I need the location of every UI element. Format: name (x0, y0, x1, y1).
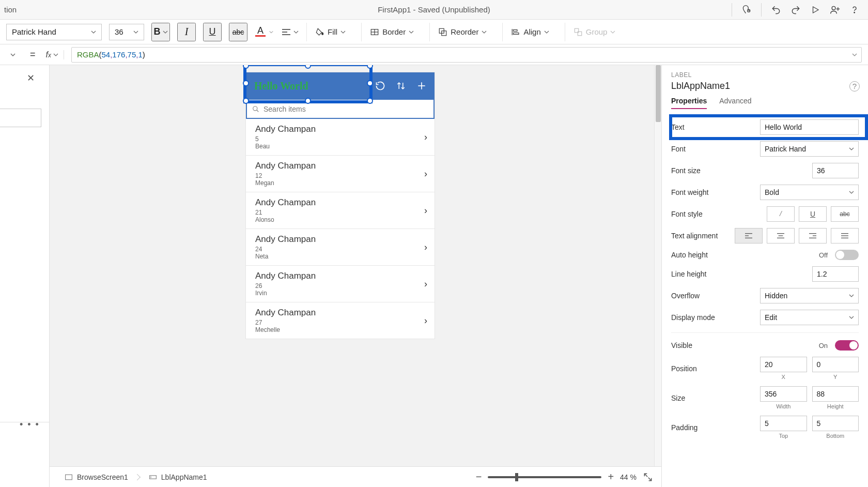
help-icon[interactable] (849, 5, 860, 15)
align-center-button[interactable] (767, 228, 795, 244)
resize-handle[interactable] (243, 80, 249, 86)
search-box[interactable] (246, 99, 435, 119)
list-item[interactable]: Andy Champan26Irvin› (246, 265, 435, 302)
app-title: FirstApp1 - Saved (Unpublished) (378, 5, 490, 14)
chevron-right-icon[interactable]: › (424, 205, 427, 216)
chevron-right-icon[interactable]: › (424, 132, 427, 143)
chevron-right-icon[interactable]: › (424, 242, 427, 253)
strike-button[interactable]: abc (229, 23, 247, 41)
fx-label[interactable]: fx (46, 50, 64, 59)
app-title-label[interactable]: Hello World (254, 80, 308, 92)
prop-font-weight: Font weight Bold (671, 181, 868, 203)
property-selector[interactable] (6, 48, 20, 62)
scrollbar-thumb[interactable] (656, 65, 661, 122)
svg-line-29 (648, 477, 652, 480)
breadcrumb-screen[interactable]: BrowseScreen1 (58, 469, 135, 485)
text-input[interactable] (760, 119, 859, 135)
strike-toggle[interactable]: abc (831, 206, 859, 222)
play-icon[interactable] (810, 5, 820, 15)
add-icon[interactable] (416, 80, 427, 92)
resize-handle[interactable] (367, 65, 373, 69)
height-input[interactable] (812, 386, 859, 402)
svg-rect-25 (66, 475, 72, 480)
tab-properties[interactable]: Properties (671, 97, 707, 109)
italic-toggle[interactable]: / (767, 206, 795, 222)
auto-height-toggle[interactable] (835, 250, 859, 260)
search-input[interactable] (264, 105, 428, 113)
left-pane: ✕ • • • (0, 65, 50, 487)
sort-icon[interactable] (395, 80, 407, 92)
position-x-input[interactable] (760, 357, 807, 372)
reorder-menu[interactable]: Reorder (429, 23, 495, 41)
redo-icon[interactable] (791, 5, 801, 15)
display-mode-select[interactable]: Edit (760, 310, 859, 325)
bold-button[interactable]: B (151, 23, 170, 41)
font-select[interactable]: Patrick Hand (760, 141, 859, 157)
tab-advanced[interactable]: Advanced (719, 97, 751, 109)
refresh-icon[interactable] (375, 80, 386, 92)
underline-toggle[interactable]: U (799, 206, 827, 222)
reorder-label: Reorder (451, 27, 478, 36)
control-name: LblAppName1 ? (671, 81, 868, 92)
visible-toggle[interactable] (835, 340, 859, 351)
fill-menu[interactable]: Fill (306, 23, 354, 41)
list-item[interactable]: Andy Champan27Mechelle› (246, 302, 435, 339)
canvas-vertical-scrollbar[interactable] (654, 65, 661, 466)
canvas[interactable]: Hello World Andy Champan5Beau› Andy Cham… (50, 65, 661, 466)
formula-expand-icon[interactable] (852, 52, 857, 57)
group-label: Group (586, 27, 608, 36)
zoom-in-button[interactable]: + (608, 471, 614, 483)
text-align-menu[interactable] (281, 23, 299, 41)
width-input[interactable] (760, 386, 807, 402)
zoom-slider[interactable] (488, 476, 601, 478)
align-justify-button[interactable] (831, 228, 859, 244)
properties-pane: LABEL LblAppName1 ? Properties Advanced … (661, 65, 868, 487)
resize-handle[interactable] (243, 65, 249, 69)
font-color-button[interactable]: A (255, 23, 273, 41)
align-left-button[interactable] (735, 228, 763, 244)
close-pane-icon[interactable]: ✕ (27, 72, 35, 84)
overflow-select[interactable]: Hidden (760, 288, 859, 303)
app-checker-icon[interactable] (741, 5, 752, 15)
chevron-right-icon[interactable]: › (424, 279, 427, 290)
resize-handle[interactable] (305, 65, 311, 69)
share-icon[interactable] (830, 5, 840, 15)
tree-search-input[interactable] (0, 109, 41, 127)
font-weight-select[interactable]: Bold (760, 185, 859, 200)
prop-position: Position X Y (671, 354, 868, 383)
divider (732, 3, 732, 17)
fit-to-screen-icon[interactable] (643, 472, 653, 482)
italic-button[interactable]: I (177, 23, 196, 41)
more-icon[interactable]: • • • (20, 419, 40, 430)
chevron-right-icon[interactable]: › (424, 169, 427, 179)
list-item[interactable]: Andy Champan21Alonso› (246, 192, 435, 229)
chevron-right-icon[interactable]: › (424, 315, 427, 326)
undo-icon[interactable] (771, 5, 781, 15)
help-icon[interactable]: ? (849, 81, 860, 92)
breadcrumb-control[interactable]: LblAppName1 (142, 469, 214, 485)
formula-input[interactable]: RGBA(54, 176, 75, 1) (71, 47, 862, 63)
padding-bottom-input[interactable] (812, 416, 859, 431)
svg-rect-16 (514, 33, 519, 34)
font-size-selector[interactable]: 36 (109, 24, 144, 40)
title-truncated: tion (4, 5, 17, 14)
underline-button[interactable]: U (203, 23, 222, 41)
padding-top-input[interactable] (760, 416, 807, 431)
group-menu[interactable]: Group (565, 23, 624, 41)
border-menu[interactable]: Border (361, 23, 422, 41)
zoom-out-button[interactable]: − (476, 471, 482, 483)
align-menu[interactable]: Align (502, 23, 557, 41)
formatting-ribbon: Patrick Hand 36 B I U abc A Fill Border … (0, 20, 868, 44)
font-name-selector[interactable]: Patrick Hand (6, 24, 102, 40)
zoom-slider-knob[interactable] (515, 473, 518, 481)
list-item[interactable]: Andy Champan5Beau› (246, 119, 435, 155)
list-item[interactable]: Andy Champan12Megan› (246, 155, 435, 192)
line-height-input[interactable] (812, 266, 859, 282)
font-size-input[interactable] (812, 163, 859, 178)
border-label: Border (382, 27, 406, 36)
list-item[interactable]: Andy Champan24Neta› (246, 229, 435, 265)
resize-handle[interactable] (367, 80, 373, 86)
align-right-button[interactable] (799, 228, 827, 244)
position-y-input[interactable] (812, 357, 859, 372)
prop-display-mode: Display mode Edit (671, 307, 868, 328)
